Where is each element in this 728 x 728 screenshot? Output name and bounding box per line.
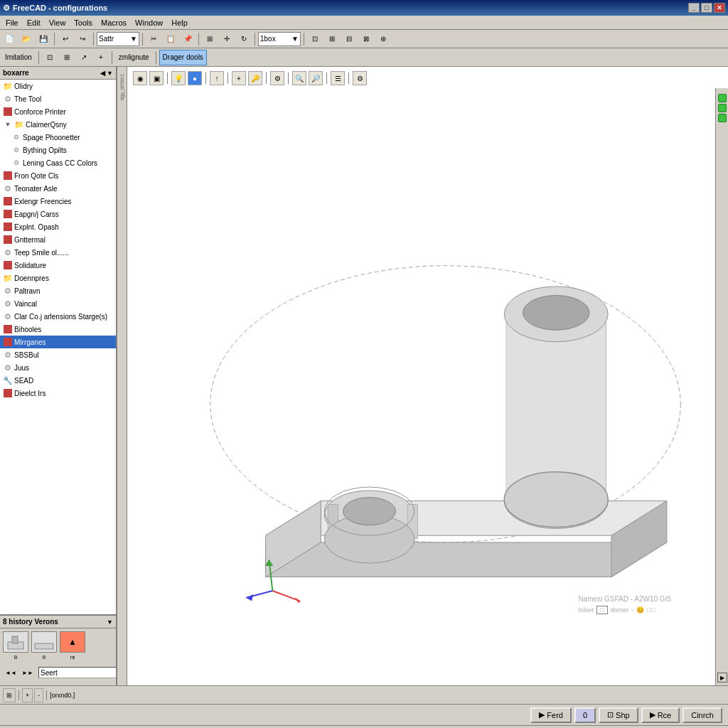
tb-dropdown-1[interactable]: Sattr ▼ <box>97 32 139 46</box>
tb-view1[interactable]: ⊡ <box>307 31 323 47</box>
history-search-input[interactable] <box>38 667 117 678</box>
tree-item-bihooles[interactable]: Bihooles <box>0 323 116 336</box>
tree-item-fron[interactable]: Fron Qote Cls <box>0 169 116 182</box>
tree-item-clar[interactable]: ⚙ Clar Co.j arlensions Starge(s) <box>0 310 116 323</box>
tb-undo[interactable]: ↩ <box>58 31 73 47</box>
menu-macros[interactable]: Macros <box>97 17 131 28</box>
right-bar-btn-2[interactable] <box>718 104 727 112</box>
tb2-grid[interactable]: ⊞ <box>59 50 75 65</box>
tree-item-explnt[interactable]: Explnt. Opash <box>0 220 116 233</box>
minimize-button[interactable]: _ <box>688 3 700 13</box>
tree-item-exlengr[interactable]: Exlengr Freencies <box>0 195 116 208</box>
tree-item-juus[interactable]: ⚙ Juus <box>0 361 116 374</box>
tb2-snap[interactable]: Imitation <box>1 50 36 65</box>
right-bar-btn-1[interactable] <box>718 94 727 102</box>
tb-rotate[interactable]: ↻ <box>236 31 252 47</box>
tb-view4[interactable]: ⊠ <box>358 31 374 47</box>
tb-save[interactable]: 💾 <box>36 31 51 47</box>
vp-btn-list[interactable]: ☰ <box>331 71 345 85</box>
history-prev-btn[interactable]: ◄◄ <box>3 665 18 680</box>
tree-item-teonater[interactable]: ⚙ Teonater Asle <box>0 182 116 195</box>
tb-select[interactable]: ⊞ <box>202 31 218 47</box>
tree-item-mirrganes[interactable]: Mirrganes <box>0 336 116 348</box>
menu-help[interactable]: Help <box>167 17 192 28</box>
close-button[interactable]: ✕ <box>714 3 725 13</box>
history-thumb-1[interactable] <box>3 631 28 653</box>
tree-icon-the-tool: ⚙ <box>3 94 13 104</box>
menu-file[interactable]: File <box>1 17 23 28</box>
vp-btn-zoom-in[interactable]: 🔍 <box>292 71 306 85</box>
tree-item-claimer[interactable]: ▼ 📁 ClaimerQsny <box>0 118 116 131</box>
tb2-plus[interactable]: + <box>93 50 109 65</box>
tb-move[interactable]: ✛ <box>219 31 235 47</box>
tree-item-paltravn[interactable]: ⚙ Paltravn <box>0 284 116 297</box>
tree-item-eapgnj[interactable]: Eapgn/j Carss <box>0 208 116 220</box>
tb2-label2[interactable]: zmlignute <box>115 50 153 65</box>
vp-btn-arrow-up[interactable]: ↑ <box>210 71 224 85</box>
tree-item-lening[interactable]: ⚙ Lening Caas CC Colors <box>0 156 116 169</box>
stop-button[interactable]: 0 <box>574 707 596 723</box>
menu-view[interactable]: View <box>45 17 70 28</box>
menu-edit[interactable]: Edit <box>23 17 45 28</box>
tree-item-bything[interactable]: ⚙ Bything Opilts <box>0 144 116 156</box>
vp-btn-light[interactable]: 💡 <box>171 71 186 85</box>
tb-paste[interactable]: 📌 <box>180 31 196 47</box>
forward-button[interactable]: ▶ Ferd <box>530 707 572 723</box>
forward-icon: ▶ <box>539 710 545 719</box>
tb-view2[interactable]: ⊞ <box>324 31 340 47</box>
history-thumb-2[interactable] <box>31 631 57 653</box>
tree-icon-lening: ⚙ <box>11 158 21 168</box>
tree-item-conforce[interactable]: Conforce Printer <box>0 105 116 118</box>
tb2-axes[interactable]: ↗ <box>76 50 92 65</box>
tb-new[interactable]: 📄 <box>1 31 17 47</box>
vp-btn-sphere[interactable]: ● <box>188 71 202 85</box>
tb-redo[interactable]: ↪ <box>75 31 90 47</box>
bottom-status-bar: Inrectiec to 3D Brinning... ℹ Some Cting… <box>0 725 728 728</box>
vp-btn-circle[interactable]: ◉ <box>133 71 147 85</box>
tree-item-doennpres[interactable]: 📁 Doennpres <box>0 272 116 284</box>
right-bar-btn-arrow[interactable]: ▶ <box>717 673 727 682</box>
snap-btn-2[interactable]: + <box>22 688 33 702</box>
history-expand-btn[interactable]: ▼ <box>107 619 113 626</box>
vp-btn-screen[interactable]: ▣ <box>149 71 164 85</box>
vp-btn-key[interactable]: 🔑 <box>248 71 262 85</box>
vp-btn-settings2[interactable]: ⚙ <box>353 71 367 85</box>
skip2-button[interactable]: ▶ Rce <box>641 707 680 723</box>
tree-item-vaincal[interactable]: ⚙ Vaincal <box>0 297 116 310</box>
cancel-button[interactable]: Cinrch <box>682 707 722 723</box>
viewport[interactable]: ◉ ▣ 💡 ● ↑ + 🔑 ⚙ 🔍 🔎 ☰ ⚙ <box>127 67 728 685</box>
vp-btn-plus[interactable]: + <box>232 71 246 85</box>
tree-item-the-tool[interactable]: ⚙ The Tool <box>0 92 116 105</box>
tb-cut[interactable]: ✂ <box>146 31 161 47</box>
tree-item-olidry[interactable]: 📁 Olidry <box>0 80 116 92</box>
tb-view3[interactable]: ⊟ <box>341 31 357 47</box>
skip-button[interactable]: ⊡ Shp <box>599 707 638 723</box>
tree-item-sead[interactable]: 🔧 SEAD <box>0 374 116 387</box>
tree-item-gnttermal[interactable]: Gnttermal <box>0 233 116 246</box>
menu-tools[interactable]: Tools <box>70 17 97 28</box>
tb-dropdown-2[interactable]: 1box ▼ <box>258 32 301 46</box>
panel-expand-btn[interactable]: ▼ <box>107 70 113 77</box>
tree-item-spage[interactable]: ⚙ Spage Phoonetter <box>0 131 116 144</box>
vp-btn-zoom-out[interactable]: 🔎 <box>309 71 323 85</box>
vp-btn-settings[interactable]: ⚙ <box>270 71 284 85</box>
restore-button[interactable]: □ <box>701 3 712 13</box>
toolbar-row-2: Imitation ⊡ ⊞ ↗ + zmlignute Drager dools <box>0 48 728 67</box>
tb-copy[interactable]: 📋 <box>163 31 178 47</box>
menu-window[interactable]: Window <box>131 17 167 28</box>
right-bar-btn-3[interactable] <box>718 114 727 122</box>
window-controls[interactable]: _ □ ✕ <box>688 3 725 13</box>
history-thumb-3[interactable]: ▲ <box>60 631 85 653</box>
tree-item-sbsbul[interactable]: ⚙ SBSBul <box>0 348 116 361</box>
tree-item-teep[interactable]: ⚙ Teep Smile ol...... <box>0 246 116 259</box>
tree-item-dieelct[interactable]: Dieelct Irs <box>0 387 116 400</box>
snap-btn-1[interactable]: ⊞ <box>3 688 16 702</box>
tb-open[interactable]: 📂 <box>18 31 34 47</box>
snap-btn-3[interactable]: - <box>34 688 43 702</box>
tb2-align[interactable]: ⊡ <box>42 50 58 65</box>
panel-collapse-btn[interactable]: ◀ <box>100 70 105 77</box>
history-next-btn[interactable]: ►► <box>20 665 36 680</box>
tb-view5[interactable]: ⊛ <box>375 31 391 47</box>
tb2-drager[interactable]: Drager dools <box>159 50 207 65</box>
tree-item-solidature[interactable]: Solidature <box>0 259 116 272</box>
